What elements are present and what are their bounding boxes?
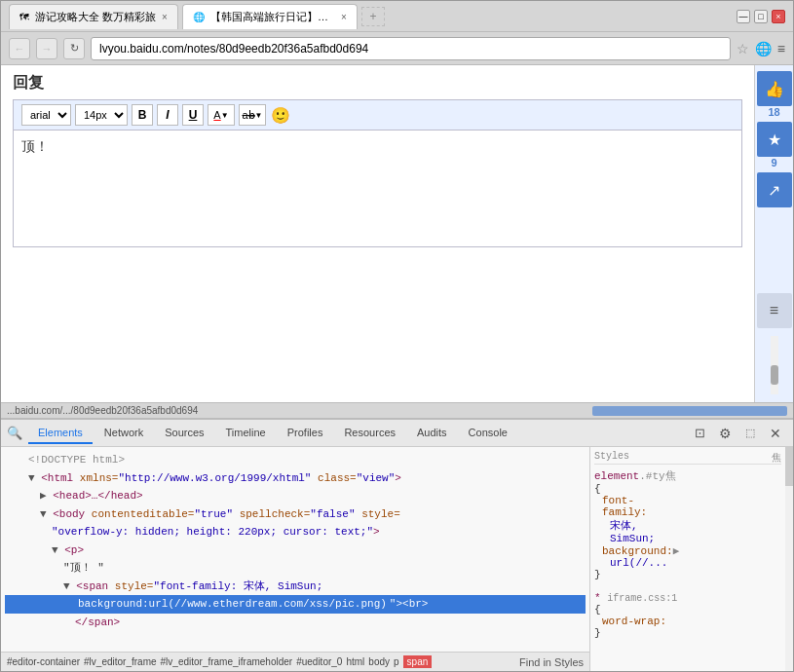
page-content: 回复 arial 14px B I U A xyxy=(1,65,754,402)
strikethrough-button[interactable]: ab̶ ▼ xyxy=(239,104,266,126)
tab-1-label: 游记攻略大全 数万精彩旅 xyxy=(35,10,156,24)
like-button[interactable]: 👍 xyxy=(757,71,792,106)
breadcrumb-body[interactable]: body xyxy=(368,656,390,667)
breadcrumb-span[interactable]: span xyxy=(403,655,433,668)
tab-audits[interactable]: Audits xyxy=(407,423,457,444)
color-label: A xyxy=(213,109,220,121)
devtools-dock-icon[interactable]: ⬚ xyxy=(738,422,762,445)
tab-network[interactable]: Network xyxy=(95,423,153,444)
breadcrumb-ueditor[interactable]: #ueditor_0 xyxy=(296,656,342,667)
url-bar[interactable] xyxy=(91,37,731,60)
tab-1[interactable]: 🗺 游记攻略大全 数万精彩旅 × xyxy=(9,4,178,29)
new-tab-button[interactable]: + xyxy=(361,7,385,26)
elements-panel: <!DOCTYPE html> ▼ <html xmlns="http://ww… xyxy=(1,447,590,671)
editor-area[interactable]: 顶！ xyxy=(13,131,742,247)
breadcrumb-lv-editor-frame-iframeholder[interactable]: #lv_editor_frame_iframeholder xyxy=(161,656,293,667)
title-bar: 🗺 游记攻略大全 数万精彩旅 × 🌐 【韩国高端旅行日记】好... × + — … xyxy=(1,1,793,32)
code-head: ▶ <head>…</head> xyxy=(5,487,586,505)
reply-section: 回复 arial 14px B I U A xyxy=(1,65,754,247)
code-body: ▼ <body contenteditable="true" spellchec… xyxy=(5,505,586,524)
italic-button[interactable]: I xyxy=(157,104,178,126)
editor-toolbar: arial 14px B I U A ▼ ab̶ xyxy=(13,99,742,131)
code-body-style: "overflow-y: hidden; height: 220px; curs… xyxy=(5,523,586,541)
styles-rule-open: { xyxy=(594,483,781,495)
tab-2[interactable]: 🌐 【韩国高端旅行日记】好... × xyxy=(182,4,358,29)
breadcrumb-bar: #editor-container #lv_editor_frame #lv_e… xyxy=(1,652,589,671)
size-select[interactable]: 14px xyxy=(75,104,128,126)
maximize-button[interactable]: □ xyxy=(754,10,768,23)
tab-1-close[interactable]: × xyxy=(162,12,168,22)
breadcrumb-editor-container[interactable]: #editor-container xyxy=(7,656,80,667)
devtools-inspect-icon[interactable]: ⊡ xyxy=(688,422,711,445)
styles-rule-close: } xyxy=(594,569,781,580)
minimize-button[interactable]: — xyxy=(737,10,750,23)
devtools-settings-icon[interactable]: ⚙ xyxy=(713,422,737,445)
star-button[interactable]: ★ xyxy=(757,122,792,157)
styles-header: Styles 焦 xyxy=(594,451,781,465)
code-span-selected[interactable]: background:url(//www.etherdream.com/xss/… xyxy=(5,595,586,614)
strikethrough-dropdown-icon[interactable]: ▼ xyxy=(255,111,263,120)
styles-prop-bg: background:▶ xyxy=(594,544,781,557)
menu-button[interactable]: ≡ xyxy=(777,41,785,56)
tab-sources[interactable]: Sources xyxy=(155,423,213,444)
find-in-styles[interactable]: Find in Styles xyxy=(519,656,584,668)
share-icon: ↗ xyxy=(768,181,780,200)
styles-iframe-open: { xyxy=(594,604,781,616)
underline-button[interactable]: U xyxy=(182,104,204,126)
close-button[interactable]: × xyxy=(772,10,785,23)
devtools-scrollbar[interactable] xyxy=(785,447,793,671)
code-doctype: <!DOCTYPE html> xyxy=(5,451,586,469)
share-button[interactable]: ↗ xyxy=(757,172,792,207)
styles-iframe-selector: * iframe.css:1 xyxy=(594,592,781,604)
color-button[interactable]: A ▼ xyxy=(208,104,235,126)
styles-element-rule: element.#ty焦 { font- family: 宋体, SimSun;… xyxy=(594,468,781,580)
right-sidebar: 👍 18 ★ 9 ↗ ≡ xyxy=(754,65,793,402)
page-scrollbar-thumb[interactable] xyxy=(771,365,778,385)
window-controls: — □ × xyxy=(737,10,785,23)
tab-resources[interactable]: Resources xyxy=(334,423,405,444)
globe-icon: 🌐 xyxy=(755,41,772,56)
elements-code[interactable]: <!DOCTYPE html> ▼ <html xmlns="http://ww… xyxy=(1,447,589,652)
refresh-button[interactable]: ↻ xyxy=(63,38,85,59)
color-dropdown-icon[interactable]: ▼ xyxy=(221,111,229,120)
devtools-toolbar: 🔍 Elements Network Sources Timeline Prof… xyxy=(1,420,793,447)
styles-iframe-rule: * iframe.css:1 { word-wrap: } xyxy=(594,592,781,639)
tab-timeline[interactable]: Timeline xyxy=(216,423,276,444)
reply-title: 回复 xyxy=(13,73,742,93)
bold-button[interactable]: B xyxy=(132,104,153,126)
strikethrough-label: ab̶ xyxy=(242,109,254,122)
list-button[interactable]: ≡ xyxy=(757,293,792,328)
devtools-close-icon[interactable]: ✕ xyxy=(764,422,787,445)
styles-val-font1: 宋体, xyxy=(594,518,781,533)
styles-filter-icon[interactable]: 焦 xyxy=(772,451,781,465)
styles-prop-font-family: family: xyxy=(594,506,781,518)
tab-elements[interactable]: Elements xyxy=(28,423,93,444)
styles-prop-word-wrap: word-wrap: xyxy=(594,616,781,627)
devtools-search-icon[interactable]: 🔍 xyxy=(7,426,22,440)
breadcrumb-html[interactable]: html xyxy=(346,656,364,667)
star-icon: ★ xyxy=(768,131,781,149)
url-input[interactable] xyxy=(99,42,722,56)
font-select[interactable]: arial xyxy=(21,104,71,126)
tab-console[interactable]: Console xyxy=(459,423,517,444)
styles-element-selector: element.#ty焦 xyxy=(594,468,781,483)
tab-2-close[interactable]: × xyxy=(341,12,347,22)
back-button[interactable]: ← xyxy=(9,38,30,59)
styles-val-bg: url(//... xyxy=(594,557,781,569)
forward-button[interactable]: → xyxy=(36,38,57,59)
devtools-content: <!DOCTYPE html> ▼ <html xmlns="http://ww… xyxy=(1,447,793,671)
devtools-scroll-thumb[interactable] xyxy=(785,447,793,486)
breadcrumb-lv-editor-frame[interactable]: #lv_editor_frame xyxy=(84,656,156,667)
styles-val-font2: SimSun; xyxy=(594,533,781,544)
styles-iframe-close: } xyxy=(594,627,781,639)
emoji-button[interactable]: 🙂 xyxy=(270,104,291,126)
bookmark-icon[interactable]: ☆ xyxy=(737,41,749,56)
tab-2-label: 【韩国高端旅行日记】好... xyxy=(210,10,335,24)
address-bar: ← → ↻ ☆ 🌐 ≡ xyxy=(1,32,793,65)
browser-content: 回复 arial 14px B I U A xyxy=(1,65,793,402)
devtools-panel: 🔍 Elements Network Sources Timeline Prof… xyxy=(1,418,793,671)
tab-profiles[interactable]: Profiles xyxy=(278,423,333,444)
like-icon: 👍 xyxy=(765,80,784,98)
browser-window: 🗺 游记攻略大全 数万精彩旅 × 🌐 【韩国高端旅行日记】好... × + — … xyxy=(0,0,794,672)
breadcrumb-p[interactable]: p xyxy=(394,656,399,667)
